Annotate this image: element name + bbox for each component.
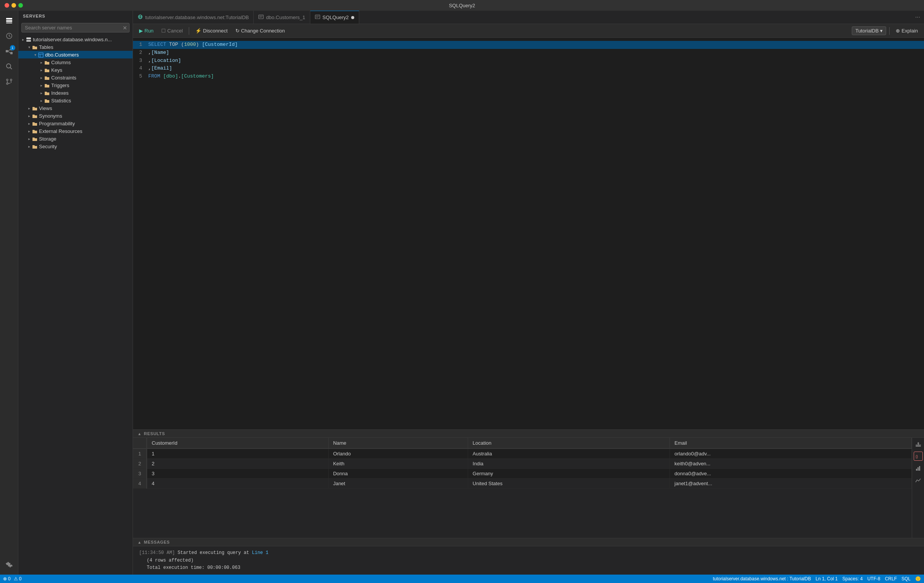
tree-item[interactable]: ▸Constraints [18,74,133,81]
database-selector[interactable]: TutorialDB ▾ [852,26,886,35]
status-encoding[interactable]: UTF-8 [868,576,880,581]
change-connection-button[interactable]: ↻ Change Connection [232,27,288,35]
change-connection-icon: ↻ [235,28,239,34]
explain-button[interactable]: ⊕ Explain [893,27,921,35]
toolbar: ▶ Run ☐ Cancel ⚡ Disconnect ↻ Change Con… [133,24,924,38]
servers-icon[interactable] [2,14,16,28]
table-cell: orlando0@adv... [670,448,912,459]
tree-arrow-icon: ▾ [26,44,32,50]
line-ending-label: CRLF [885,576,897,581]
search-clear-icon[interactable]: ✕ [123,25,127,31]
statusbar-left: ⊗ 0 ⚠ 0 [3,576,21,581]
table-cell: keith0@adven... [670,459,912,469]
run-button[interactable]: ▶ Run [136,27,157,35]
cancel-checkbox-icon: ☐ [161,28,166,34]
tree-item[interactable]: ▸Statistics [18,97,133,104]
table-row: 44JanetUnited Statesjanet1@advent... [133,479,912,489]
tree-arrow-icon: ▸ [38,74,45,81]
table-cell: 3 [147,469,328,479]
folder-icon [45,90,50,96]
export-icon[interactable] [914,439,923,448]
dirty-indicator [351,16,354,19]
tree-item[interactable]: ▸Columns [18,58,133,66]
tree-item[interactable]: ▸Keys [18,66,133,74]
messages-header[interactable]: ▲ MESSAGES [133,538,924,546]
tree-arrow-icon: ▸ [38,90,45,96]
warning-icon: ⚠ [14,576,18,581]
tree-item-label: External Resources [39,128,82,134]
json-icon[interactable]: {} [914,451,923,461]
tree-item[interactable]: ▸External Resources [18,127,133,135]
cursor-position: Ln 1, Col 1 [815,576,838,581]
connections-icon[interactable]: 1 [2,44,16,58]
tree-item[interactable]: ▸Programmability [18,120,133,127]
row-number: 2 [133,459,147,469]
messages-section: ▲ MESSAGES [11:34:50 AM] Started executi… [133,538,924,575]
search-input[interactable] [21,23,130,33]
status-errors[interactable]: ⊗ 0 [3,576,11,581]
editor-tab[interactable]: tutorialserver.database.windows.net:Tuto… [133,11,254,24]
folder-icon [45,97,50,104]
history-icon[interactable] [2,29,16,43]
table-row: 11OrlandoAustraliaorlando0@adv... [133,448,912,459]
folder-icon [32,143,38,149]
status-smiley[interactable]: 🙂 [915,576,921,581]
folder-icon [45,59,50,65]
statusbar: ⊗ 0 ⚠ 0 tutorialserver.database.windows.… [0,575,924,583]
table-cell: United States [468,479,670,489]
message-link[interactable]: Line 1 [252,550,268,555]
settings-icon[interactable] [2,558,16,571]
graph-icon[interactable] [914,476,923,485]
source-control-icon[interactable] [2,75,16,89]
disconnect-button[interactable]: ⚡ Disconnect [192,27,231,35]
warning-count: 0 [19,576,22,581]
table-row: 22KeithIndiakeith0@adven... [133,459,912,469]
status-language[interactable]: SQL [901,576,911,581]
close-button[interactable] [5,3,9,8]
cancel-button[interactable]: ☐ Cancel [158,27,186,35]
tree-item[interactable]: ▸Storage [18,135,133,143]
tab-label: SQLQuery2 [323,15,349,20]
column-header: Email [670,438,912,448]
status-server[interactable]: tutorialserver.database.windows.net : Tu… [713,576,811,581]
explain-icon: ⊕ [896,28,900,34]
tab-more-button[interactable]: ··· [911,14,924,21]
tree-arrow-icon: ▸ [38,82,45,88]
tree-item-label: Synonyms [39,113,62,119]
folder-icon [32,128,38,134]
tab-icon [315,14,320,21]
status-warnings[interactable]: ⚠ 0 [14,576,22,581]
tree-item[interactable]: ▾dbo.Customers [18,51,133,58]
editor-tab[interactable]: dbo.Customers_1 [254,11,310,24]
spaces-label: Spaces: 4 [842,576,863,581]
tree-arrow-icon: ▸ [26,113,32,119]
tree-item[interactable]: ▸tutorialserver.database.windows.n... [18,36,133,43]
search-icon[interactable] [2,59,16,73]
tree-item[interactable]: ▸Triggers [18,81,133,89]
svg-rect-23 [259,15,263,19]
table-cell: janet1@advent... [670,479,912,489]
minimize-button[interactable] [12,3,16,8]
tree-item[interactable]: ▸Security [18,143,133,150]
tree-item[interactable]: ▾Tables [18,43,133,51]
results-table-wrapper[interactable]: CustomerIdNameLocationEmail11OrlandoAust… [133,438,912,538]
code-line: 3 ,[Location] [133,57,924,65]
editor-tab[interactable]: SQLQuery2 [310,11,359,24]
code-editor[interactable]: 1SELECT TOP (1000) [CustomerId]2 ,[Name]… [133,38,924,430]
status-spaces[interactable]: Spaces: 4 [842,576,863,581]
tree-item[interactable]: ▸Indexes [18,89,133,97]
table-icon [38,51,44,58]
chart-icon[interactable] [914,464,923,473]
folder-icon [45,74,50,81]
folder-icon [32,105,38,111]
tree-arrow-icon: ▸ [38,67,45,73]
svg-text:{}: {} [916,455,918,458]
tree-item[interactable]: ▸Views [18,104,133,112]
status-line-ending[interactable]: CRLF [885,576,897,581]
results-header[interactable]: ▲ RESULTS [133,430,924,438]
status-position[interactable]: Ln 1, Col 1 [815,576,838,581]
tree-item[interactable]: ▸Synonyms [18,112,133,120]
toolbar-separator [189,27,189,35]
tree-item-label: Constraints [51,75,76,81]
maximize-button[interactable] [18,3,23,8]
